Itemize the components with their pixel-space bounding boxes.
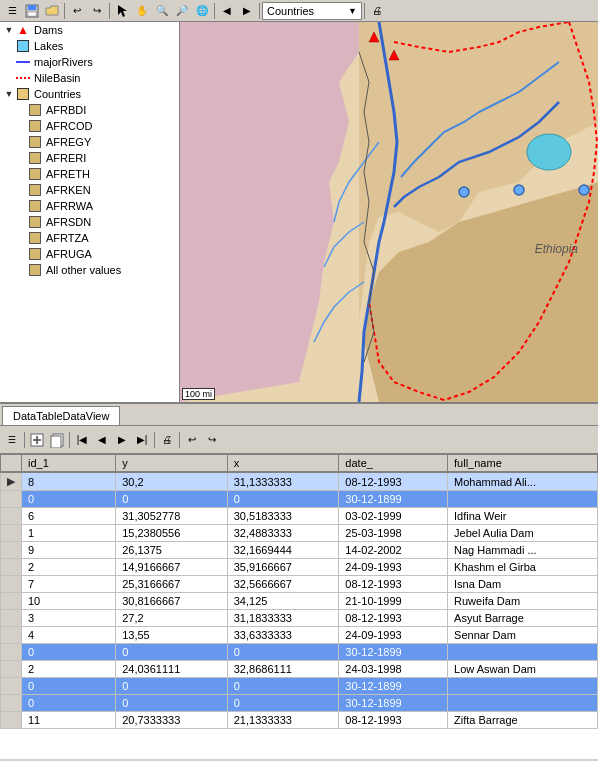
cell-x: 0	[227, 678, 339, 695]
toolbar-icon-save[interactable]	[23, 2, 41, 20]
table-row[interactable]: 6 31,3052778 30,5183333 03-02-1999 Idfin…	[1, 508, 598, 525]
cell-date: 30-12-1899	[339, 678, 448, 695]
sidebar-item-afruga[interactable]: AFRUGA	[0, 246, 179, 262]
col-x[interactable]: x	[227, 455, 339, 473]
toolbar-icon-menu[interactable]: ☰	[3, 2, 21, 20]
table-divider-4	[179, 432, 180, 448]
col-y[interactable]: y	[116, 455, 228, 473]
table-row[interactable]: 0 0 0 30-12-1899	[1, 491, 598, 508]
table-tool-copy[interactable]	[48, 431, 66, 449]
cell-fullname	[448, 695, 598, 712]
sidebar-item-afrrwa[interactable]: AFRRWA	[0, 198, 179, 214]
table-tool-last[interactable]: ▶|	[133, 431, 151, 449]
sidebar-item-afrken[interactable]: AFRKEN	[0, 182, 179, 198]
table-row[interactable]: 2 24,0361111 32,8686111 24-03-1998 Low A…	[1, 661, 598, 678]
sidebar-item-afrcod[interactable]: AFRCOD	[0, 118, 179, 134]
sidebar-item-nile-basin[interactable]: NileBasin	[0, 70, 179, 86]
cell-fullname: Khashm el Girba	[448, 559, 598, 576]
toolbar-icon-forward[interactable]: ▶	[238, 2, 256, 20]
sidebar-item-afrsdn[interactable]: AFRSDN	[0, 214, 179, 230]
cell-x: 21,1333333	[227, 712, 339, 729]
toolbar-icon-print[interactable]: 🖨	[368, 2, 386, 20]
sidebar-item-afreth[interactable]: AFRETH	[0, 166, 179, 182]
expand-icon-countries: ▼	[4, 89, 14, 99]
table-tool-new[interactable]	[28, 431, 46, 449]
cell-id1: 2	[22, 559, 116, 576]
tab-datatable[interactable]: DataTableDataView	[2, 406, 120, 425]
col-fullname[interactable]: full_name	[448, 455, 598, 473]
cell-fullname: Jebel Aulia Dam	[448, 525, 598, 542]
table-tool-undo[interactable]: ↩	[183, 431, 201, 449]
toolbar-icon-redo[interactable]: ↪	[88, 2, 106, 20]
cell-x: 31,1333333	[227, 472, 339, 491]
col-id1[interactable]: id_1	[22, 455, 116, 473]
row-indicator	[1, 525, 22, 542]
row-indicator	[1, 627, 22, 644]
table-tool-prev[interactable]: ◀	[93, 431, 111, 449]
table-row[interactable]: 0 0 0 30-12-1899	[1, 678, 598, 695]
svg-point-7	[459, 187, 469, 197]
cell-x: 32,8686111	[227, 661, 339, 678]
country-label-AFRETH: AFRETH	[46, 168, 90, 180]
cell-x: 0	[227, 695, 339, 712]
toolbar-icon-zoom-in[interactable]: 🔍	[153, 2, 171, 20]
sidebar-item-lakes[interactable]: Lakes	[0, 38, 179, 54]
country-icon-AFRUGA	[28, 247, 42, 261]
table-row[interactable]: ▶ 8 30,2 31,1333333 08-12-1993 Mohammad …	[1, 472, 598, 491]
cell-id1: 4	[22, 627, 116, 644]
sidebar-item-major-rivers[interactable]: majorRivers	[0, 54, 179, 70]
table-row[interactable]: 11 20,7333333 21,1333333 08-12-1993 Zift…	[1, 712, 598, 729]
table-tool-menu[interactable]: ☰	[3, 431, 21, 449]
table-body: ▶ 8 30,2 31,1333333 08-12-1993 Mohammad …	[1, 472, 598, 729]
table-tool-print[interactable]: 🖨	[158, 431, 176, 449]
table-row[interactable]: 9 26,1375 32,1669444 14-02-2002 Nag Hamm…	[1, 542, 598, 559]
cell-id1: 1	[22, 525, 116, 542]
table-row[interactable]: 0 0 0 30-12-1899	[1, 695, 598, 712]
table-tool-first[interactable]: |◀	[73, 431, 91, 449]
toolbar-icon-hand[interactable]: ✋	[133, 2, 151, 20]
table-row[interactable]: 0 0 0 30-12-1899	[1, 644, 598, 661]
toolbar-icon-zoom-out[interactable]: 🔎	[173, 2, 191, 20]
row-indicator	[1, 542, 22, 559]
table-row[interactable]: 3 27,2 31,1833333 08-12-1993 Asyut Barra…	[1, 610, 598, 627]
table-tool-next[interactable]: ▶	[113, 431, 131, 449]
cell-x: 0	[227, 644, 339, 661]
svg-rect-15	[51, 436, 61, 448]
sidebar-item-afrtza[interactable]: AFRTZA	[0, 230, 179, 246]
cell-y: 30,8166667	[116, 593, 228, 610]
table-row[interactable]: 2 14,9166667 35,9166667 24-09-1993 Khash…	[1, 559, 598, 576]
toolbar-icon-back[interactable]: ◀	[218, 2, 236, 20]
cell-id1: 3	[22, 610, 116, 627]
toolbar-icon-undo[interactable]: ↩	[68, 2, 86, 20]
cell-id1: 0	[22, 491, 116, 508]
toolbar-icon-open[interactable]	[43, 2, 61, 20]
sidebar-item-countries-group[interactable]: ▼ Countries	[0, 86, 179, 102]
sidebar-item-dams[interactable]: ▼ ▲ Dams	[0, 22, 179, 38]
table-row[interactable]: 1 15,2380556 32,4883333 25-03-1998 Jebel…	[1, 525, 598, 542]
toolbar-divider-3	[214, 3, 215, 19]
table-tool-redo[interactable]: ↪	[203, 431, 221, 449]
country-icon-AFRCOD	[28, 119, 42, 133]
sidebar-item-other[interactable]: All other values	[0, 262, 179, 278]
cell-date: 30-12-1899	[339, 695, 448, 712]
toolbar-icon-globe[interactable]: 🌐	[193, 2, 211, 20]
table-row[interactable]: 7 25,3166667 32,5666667 08-12-1993 Isna …	[1, 576, 598, 593]
table-container[interactable]: id_1 y x date_ full_name ▶ 8 30,2 31,133…	[0, 454, 598, 759]
country-icon-AFRETH	[28, 167, 42, 181]
sidebar-item-afreri[interactable]: AFRERI	[0, 150, 179, 166]
row-indicator	[1, 508, 22, 525]
map-area[interactable]: Ethiopia Ethiopia 100 mi	[180, 22, 598, 402]
table-row[interactable]: 10 30,8166667 34,125 21-10-1999 Ruweifa …	[1, 593, 598, 610]
cell-fullname: Low Aswan Dam	[448, 661, 598, 678]
col-date[interactable]: date_	[339, 455, 448, 473]
table-row[interactable]: 4 13,55 33,6333333 24-09-1993 Sennar Dam	[1, 627, 598, 644]
layer-dropdown[interactable]: Countries ▼	[262, 2, 362, 20]
country-subitems: AFRBDI AFRCOD AFREGY AFRERI AFRETH AFRKE…	[0, 102, 179, 278]
toolbar-icon-pointer[interactable]	[113, 2, 131, 20]
sidebar-item-afrbdi[interactable]: AFRBDI	[0, 102, 179, 118]
cell-id1: 0	[22, 678, 116, 695]
country-icon-AFRBDI	[28, 103, 42, 117]
row-indicator	[1, 491, 22, 508]
sidebar-item-afregy[interactable]: AFREGY	[0, 134, 179, 150]
row-indicator	[1, 644, 22, 661]
